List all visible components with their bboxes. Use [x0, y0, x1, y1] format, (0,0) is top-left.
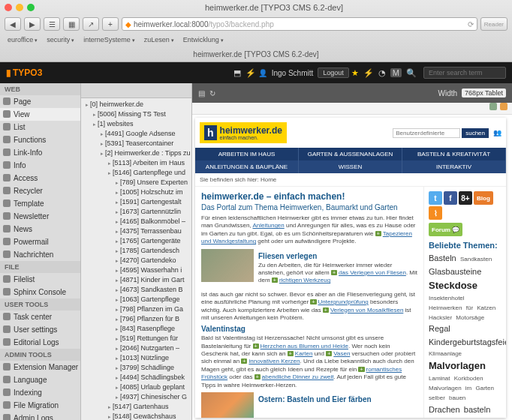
- tag[interactable]: Basteln: [429, 254, 456, 262]
- back-button[interactable]: ◀: [5, 17, 21, 31]
- add-button[interactable]: +: [102, 17, 119, 31]
- tag[interactable]: selber: [429, 394, 445, 401]
- site-search-input[interactable]: [393, 128, 460, 138]
- tree-node[interactable]: [4491] Google Adsense: [83, 129, 190, 139]
- bolt-icon[interactable]: ⚡: [363, 68, 374, 78]
- module-item[interactable]: Language: [0, 374, 80, 386]
- module-item[interactable]: View: [0, 108, 80, 121]
- tree-node[interactable]: [1013] Nützlinge: [83, 353, 190, 363]
- tree-node[interactable]: [798] Pflanzen im Ga: [83, 304, 190, 314]
- tree-node[interactable]: [1673] Gartennützlin: [83, 207, 190, 217]
- module-item[interactable]: Nachrichten: [0, 248, 80, 261]
- article-thumbnail[interactable]: [201, 249, 254, 282]
- site-search-button[interactable]: suchen: [462, 128, 489, 138]
- window-controls[interactable]: [5, 4, 35, 11]
- tree-node[interactable]: [1] websites: [83, 119, 190, 129]
- tree-node[interactable]: [0] heimwerker.de: [83, 100, 190, 110]
- tag[interactable]: Malvorlagen: [429, 360, 486, 371]
- nav-garten[interactable]: GARTEN & AUSSENANLAGEN: [299, 148, 402, 160]
- tag[interactable]: Garten: [476, 385, 494, 392]
- nav-wissen[interactable]: WISSEN: [299, 160, 402, 173]
- share-button[interactable]: ↗: [83, 17, 99, 31]
- tool-icon[interactable]: [500, 103, 507, 110]
- tree-node[interactable]: [5146] Gartenpflege und: [83, 168, 190, 178]
- module-item[interactable]: News: [0, 223, 80, 236]
- tree-toolbar[interactable]: [81, 83, 191, 98]
- forward-button[interactable]: ▶: [24, 17, 41, 31]
- star-icon[interactable]: ★: [351, 68, 359, 78]
- tree-node[interactable]: [519] Rettungen für: [83, 334, 190, 344]
- nav-arbeiten[interactable]: ARBEITEN IM HAUS: [195, 148, 299, 160]
- tree-node[interactable]: [843] Rasenpflege: [83, 324, 190, 334]
- tag[interactable]: für: [466, 304, 473, 311]
- tag[interactable]: Insektenhotel: [429, 295, 465, 302]
- tree-node[interactable]: [4673] Sandkasten B: [83, 285, 190, 295]
- tag[interactable]: basteln: [464, 405, 490, 414]
- bookmark-item[interactable]: zuLesen: [144, 36, 174, 44]
- module-item[interactable]: Recycler: [0, 184, 80, 197]
- tree-node[interactable]: [5147] Gartenhaus: [83, 402, 190, 412]
- tag[interactable]: Korkboden: [454, 375, 483, 382]
- twitter-icon[interactable]: t: [429, 191, 442, 205]
- tree-node[interactable]: [1765] Gartengeräte: [83, 236, 190, 246]
- width-select[interactable]: 768px Tablet: [462, 88, 506, 98]
- tag[interactable]: Motorsäge: [456, 314, 484, 321]
- tag[interactable]: Laminat: [429, 375, 450, 382]
- typo3-logo[interactable]: TYPO3: [6, 68, 42, 78]
- module-item[interactable]: Link-Info: [0, 146, 80, 159]
- site-logo[interactable]: h heimwerker.de einfach machen.: [200, 122, 287, 143]
- tree-node[interactable]: [4085] Urlaub geplant: [83, 382, 190, 392]
- workspace-icon[interactable]: ⬒: [233, 68, 241, 78]
- tag[interactable]: Drachen: [429, 405, 460, 414]
- tree-node[interactable]: [789] Unsere Experten: [83, 178, 190, 188]
- article-title[interactable]: Fliesen verlegen: [258, 252, 417, 260]
- module-group[interactable]: FILE: [0, 261, 80, 273]
- blog-link[interactable]: Blog: [474, 191, 493, 205]
- reader-button[interactable]: Reader: [480, 17, 507, 31]
- tag[interactable]: Sandkasten: [460, 256, 492, 262]
- help-icon[interactable]: ◔: [378, 68, 386, 78]
- module-group[interactable]: ADMIN TOOLS: [0, 349, 80, 361]
- module-group[interactable]: WEB: [0, 83, 80, 95]
- module-item[interactable]: Newsletter: [0, 210, 80, 223]
- refresh-icon[interactable]: ↻: [209, 89, 215, 98]
- browser-tab[interactable]: heimwerker.de [TYPO3 CMS 6.2-dev]: [8, 50, 504, 58]
- tag[interactable]: Klimaanlage: [429, 350, 462, 357]
- user-name[interactable]: Ingo Schmitt: [272, 69, 314, 77]
- module-item[interactable]: Admin Logs: [0, 412, 80, 420]
- module-group[interactable]: USER TOOLS: [0, 298, 80, 310]
- tree-node[interactable]: [2046] Nutzgarten –: [83, 344, 190, 353]
- module-item[interactable]: User settings: [0, 323, 80, 336]
- tag[interactable]: Hacksler: [429, 314, 452, 321]
- tag[interactable]: im: [465, 385, 471, 392]
- account-icon[interactable]: 👥: [493, 129, 501, 136]
- search-icon[interactable]: 🔍: [406, 68, 417, 78]
- minimize-icon[interactable]: [16, 4, 23, 11]
- tree-node[interactable]: [3799] Schädlinge: [83, 363, 190, 373]
- module-item[interactable]: List: [0, 121, 80, 134]
- article-title[interactable]: Valentinstag: [201, 325, 417, 333]
- tag[interactable]: Katzen: [477, 304, 495, 311]
- tag[interactable]: Kindergeburtstagsfeier: [429, 338, 506, 346]
- tree-node[interactable]: [5006] Missing TS Test: [83, 110, 190, 119]
- bookmark-item[interactable]: security: [47, 36, 74, 44]
- article-title[interactable]: Ostern: Basteln und Eier färben: [258, 395, 372, 404]
- tree-node[interactable]: [4937] Chinesischer G: [83, 392, 190, 402]
- bookmark-item[interactable]: euroffice: [8, 36, 38, 44]
- forum-link[interactable]: Forum 💬: [429, 223, 462, 236]
- module-item[interactable]: Page: [0, 95, 80, 108]
- cache-icon[interactable]: ⚡: [245, 68, 256, 78]
- tree-node[interactable]: [2] Heimwerker.de : Tipps zum: [83, 148, 190, 158]
- tag[interactable]: Heimwerken: [429, 304, 462, 311]
- logout-button[interactable]: Logout: [318, 68, 349, 78]
- gplus-icon[interactable]: 8+: [459, 191, 472, 205]
- tag[interactable]: Regal: [429, 324, 450, 333]
- url-bar[interactable]: ◆ heimwerker.local:8000/typo3/backend.ph…: [122, 17, 477, 31]
- close-icon[interactable]: [5, 4, 12, 11]
- tree-node[interactable]: [5148] Gewächshaus: [83, 412, 190, 420]
- zoom-icon[interactable]: [27, 4, 35, 11]
- tag[interactable]: bauen: [449, 394, 465, 401]
- module-item[interactable]: Task center: [0, 310, 80, 323]
- bookmark-item[interactable]: interneSysteme: [83, 36, 134, 44]
- tree-node[interactable]: [1785] Gartendesch: [83, 246, 190, 256]
